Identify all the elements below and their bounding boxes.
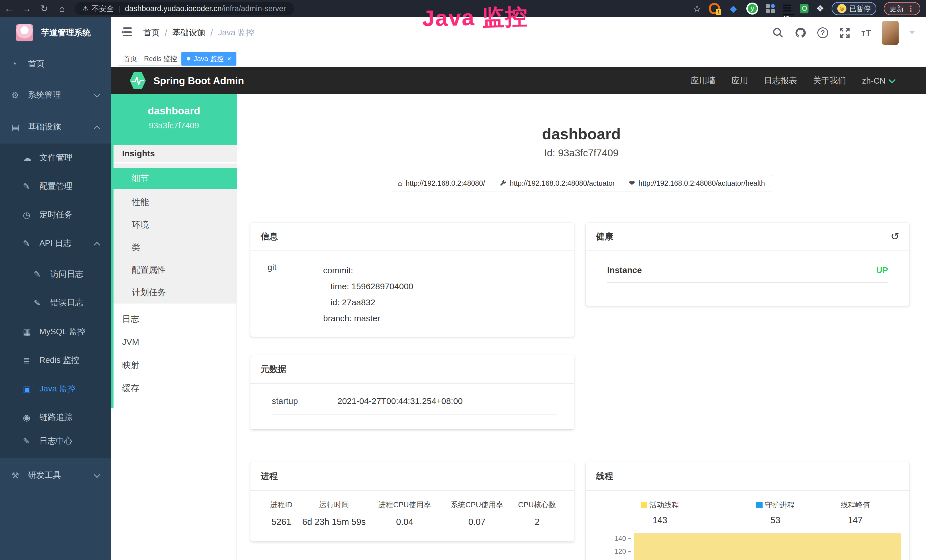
extension-grid-icon[interactable] <box>766 4 775 13</box>
hamburger-icon[interactable] <box>120 27 132 38</box>
sidebar-item-api-log[interactable]: ✎ API 日志 <box>0 230 111 256</box>
puzzle-extensions-icon[interactable]: ❖ <box>816 3 824 14</box>
app-logo-row[interactable]: 芋道管理系统 <box>0 17 111 48</box>
sidebar-item-log-center[interactable]: ✎ 日志中心 <box>0 428 111 454</box>
instance-links: ⌂ http://192.168.0.2:48080/ http://192.1… <box>237 175 926 191</box>
sidebar-item-error-log[interactable]: ✎ 错误日志 <box>0 289 111 316</box>
card-title: 进程 <box>261 471 278 482</box>
sidebar-item-tracing[interactable]: ◉ 链路追踪 <box>0 404 111 430</box>
app-title: 芋道管理系统 <box>41 27 91 38</box>
legend-live-threads: 活动线程 <box>613 500 707 510</box>
sba-item-logs[interactable]: 日志 <box>113 307 237 330</box>
address-bar[interactable]: ⚠ 不安全 | dashboard.yudao.iocoder.cn /infr… <box>75 2 294 15</box>
font-size-icon[interactable]: ᴛT <box>861 28 871 38</box>
sidebar-item-config-manage[interactable]: ✎ 配置管理 <box>0 173 111 200</box>
close-icon[interactable]: × <box>227 55 231 63</box>
tab-java-monitor[interactable]: Java 监控 × <box>182 52 236 66</box>
sba-item-scheduled-tasks[interactable]: 计划任务 <box>113 282 237 303</box>
sba-item-jvm[interactable]: JVM <box>113 331 237 353</box>
chart-plot-area <box>634 531 901 560</box>
home-icon: ⌂ <box>398 179 402 188</box>
sidebar-item-system[interactable]: ⚙ 系统管理 <box>0 82 111 108</box>
sba-item-config-props[interactable]: 配置属性 <box>113 259 237 280</box>
cpu-cores: 2 <box>511 517 563 527</box>
page-title: dashboard <box>237 125 926 143</box>
fullscreen-icon[interactable] <box>839 27 850 38</box>
instance-header[interactable]: dashboard 93a3fc7f7409 <box>111 94 237 145</box>
health-url-button[interactable]: ❤ http://192.168.0.2:48080/actuator/heal… <box>622 175 772 191</box>
sba-item-caches[interactable]: 缓存 <box>113 377 237 400</box>
ytick-120: 120 <box>597 548 631 555</box>
sidebar-item-infra[interactable]: ▤ 基础设施 <box>0 114 111 140</box>
active-dot <box>187 57 190 61</box>
reload-icon[interactable]: ↻ <box>35 3 53 14</box>
emoji-face-icon: ☺ <box>837 4 846 13</box>
search-icon[interactable] <box>772 27 784 38</box>
legend-daemon-threads: 守护进程 <box>732 500 818 510</box>
sidebar-item-mysql-monitor[interactable]: ▦ MySQL 监控 <box>0 319 111 345</box>
eye-icon: ◉ <box>23 413 39 422</box>
log-edit-icon: ✎ <box>23 239 39 248</box>
edit-icon: ✎ <box>23 182 39 191</box>
url-host: dashboard.yudao.iocoder.cn <box>125 4 222 13</box>
extension-badge: 1 <box>716 9 721 15</box>
log-edit-icon: ✎ <box>34 298 50 308</box>
sidebar-item-dev-tools[interactable]: ⚒ 研发工具 <box>0 462 111 488</box>
info-row-git: git commit: time: 1596289704000 id: 27aa… <box>268 262 557 334</box>
sba-item-details[interactable]: 细节 <box>113 168 237 189</box>
timer-icon: ◷ <box>23 210 39 220</box>
sidebar-item-redis-monitor[interactable]: ≣ Redis 监控 <box>0 347 111 374</box>
paused-pill[interactable]: ☺ 已暂停 <box>832 2 876 15</box>
extension-y-icon[interactable]: y <box>746 3 758 15</box>
database-icon: ▦ <box>23 327 39 337</box>
sba-item-mappings[interactable]: 映射 <box>113 354 237 377</box>
tag-tab-bar: 首页 Redis 监控 × Java 监控 × <box>111 48 926 67</box>
nav-log-report[interactable]: 日志报表 <box>764 75 797 86</box>
sba-brand[interactable]: Spring Boot Admin <box>153 75 244 86</box>
nav-applications[interactable]: 应用 <box>731 75 748 86</box>
sidebar-item-scheduled-jobs[interactable]: ◷ 定时任务 <box>0 202 111 228</box>
sba-item-classes[interactable]: 类 <box>113 237 237 258</box>
breadcrumb-home[interactable]: 首页 <box>143 27 160 38</box>
nav-app-wall[interactable]: 应用墙 <box>691 75 716 86</box>
sba-item-metrics[interactable]: 性能 <box>113 192 237 213</box>
git-commit-info: commit: time: 1596289704000 id: 27aa832 … <box>323 262 413 326</box>
extension-pin-icon[interactable]: ◆ <box>728 3 739 14</box>
legend-blue-swatch <box>756 502 763 509</box>
spring-boot-admin-logo[interactable] <box>130 72 146 90</box>
actuator-url-button[interactable]: http://192.168.0.2:48080/actuator <box>492 175 622 191</box>
gear-icon: ⚙ <box>11 90 28 100</box>
help-icon[interactable]: ? <box>817 27 828 38</box>
breadcrumb-infra[interactable]: 基础设施 <box>172 27 205 38</box>
process-id: 5261 <box>262 517 301 527</box>
health-row-instance: Instance UP <box>607 265 888 283</box>
monitor-icon: ▣ <box>23 384 39 394</box>
chevron-down-icon <box>94 91 100 98</box>
extension-colorzilla-icon[interactable]: 1 <box>709 3 720 14</box>
heartbeat-icon: ❤ <box>629 179 635 188</box>
sidebar-item-file-manage[interactable]: ☁ 文件管理 <box>0 145 111 171</box>
extension-switch-icon[interactable]: on <box>782 3 793 14</box>
system-cpu: 0.07 <box>442 517 511 527</box>
nav-about[interactable]: 关于我们 <box>813 75 846 86</box>
sidebar-item-home[interactable]: ◔ 首页 <box>0 51 111 77</box>
bookmark-star-icon[interactable]: ☆ <box>693 3 701 14</box>
app-logo <box>16 24 33 41</box>
cloud-icon: ☁ <box>23 153 39 163</box>
back-icon[interactable]: ← <box>0 3 18 14</box>
sba-item-environment[interactable]: 环境 <box>113 214 237 235</box>
avatar-caret-icon[interactable] <box>909 31 915 36</box>
sidebar-item-java-monitor[interactable]: ▣ Java 监控 <box>0 376 111 402</box>
locale-select[interactable]: zh-CN <box>862 76 895 86</box>
user-avatar[interactable] <box>882 21 899 45</box>
sidebar-item-access-log[interactable]: ✎ 访问日志 <box>0 261 111 287</box>
home-icon[interactable]: ⌂ <box>53 3 71 14</box>
extension-reader-icon[interactable] <box>800 4 808 14</box>
history-icon[interactable]: ↺ <box>891 232 899 242</box>
instance-url-button[interactable]: ⌂ http://192.168.0.2:48080/ <box>391 175 492 191</box>
github-icon[interactable] <box>794 27 806 39</box>
update-pill[interactable]: 更新 ⋮ <box>884 2 920 15</box>
kebab-menu-icon: ⋮ <box>906 4 915 14</box>
forward-icon[interactable]: → <box>18 3 35 14</box>
instance-name: dashboard <box>111 105 237 117</box>
